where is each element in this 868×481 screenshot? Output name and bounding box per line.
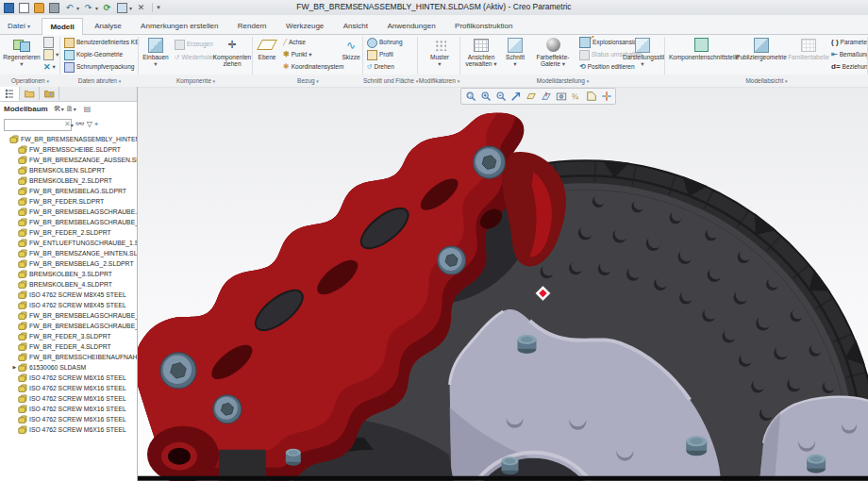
tree-item[interactable]: BREMSKOLBEN.SLDPRT <box>0 165 137 175</box>
tree-item[interactable]: ISO 4762 SCREW M6X16 STEEL <box>0 373 137 383</box>
tree-item[interactable]: BREMSKOLBEN_3.SLDPRT <box>0 269 137 279</box>
tree-item[interactable]: FW_BR_BREMSBELAG_2.SLDPRT <box>0 258 137 269</box>
tree-item[interactable]: FW_BR_BREMSBELAG.SLDPRT <box>0 186 137 196</box>
csys-display-icon[interactable] <box>539 90 553 103</box>
group-label-daten-abrufen[interactable]: Daten abrufen ▾ <box>60 75 139 86</box>
group-label-modelldarstellung[interactable]: Modelldarstellung ▾ <box>460 75 665 86</box>
tree-document-dropdown-icon[interactable]: ▾ <box>74 106 76 112</box>
tree-item[interactable]: ISO 4762 SCREW M6X16 STEEL <box>0 404 137 414</box>
farbeffekte-galerie-button[interactable]: Farbeffekte-Galerie ▾ <box>530 36 576 74</box>
group-label-bezug[interactable]: Bezug ▾ <box>253 75 363 86</box>
muster-button[interactable]: Muster▾ <box>424 36 456 74</box>
tree-search-input[interactable] <box>4 119 72 131</box>
komponentenschnittstelle-button[interactable]: Komponentenschnittstelle <box>669 36 733 74</box>
drehen-button[interactable]: ↺Drehen <box>367 61 394 73</box>
filter-funnel-icon[interactable]: ▽ <box>87 120 92 129</box>
group-label-modellabsicht[interactable]: Modellabsicht ▾ <box>665 75 868 86</box>
tree-item[interactable]: FW_BR_FEDER.SLDPRT <box>0 196 137 207</box>
tree-item[interactable]: ISO 4762 SCREW M6X16 STEEL <box>0 383 137 393</box>
beziehungen-button[interactable]: d=Beziehungen <box>831 61 868 73</box>
kopie-geometrie-button[interactable]: Kopie-Geometrie <box>64 49 123 60</box>
tab-favorites-icon[interactable] <box>40 87 59 100</box>
wheel-stud[interactable] <box>686 436 707 456</box>
tree-item[interactable]: ISO 4762 SCREW M6X16 STEEL <box>0 414 137 424</box>
tree-item[interactable]: ISO 4762 SCREW M8X45 STEEL <box>0 290 137 300</box>
group-label-schnitt-und-flaeche[interactable]: Schnitt und Fläche ▾ <box>363 75 418 86</box>
zoom-box-icon[interactable] <box>463 90 477 103</box>
refit-icon[interactable] <box>509 90 523 103</box>
einbauen-button[interactable]: Einbauen▾ <box>141 36 171 74</box>
skizze-button[interactable]: ∿ Skizze <box>340 36 362 74</box>
saved-views-icon[interactable] <box>554 90 568 103</box>
tab-ansicht[interactable]: Ansicht <box>336 18 376 35</box>
darstellungsstil-button[interactable]: Darstellungsstil▾ <box>623 36 662 74</box>
tree-item[interactable]: ▶61530060 SLDASM <box>0 362 137 373</box>
tree-columns-icon[interactable]: ▤ <box>84 105 92 113</box>
tab-modell[interactable]: Modell <box>42 18 82 37</box>
schnitt-ansicht-button[interactable]: Schnitt▾ <box>502 36 528 74</box>
tree-document-icon[interactable]: 🗎 <box>66 105 74 113</box>
group-label-komponente[interactable]: Komponente ▾ <box>139 75 253 86</box>
annotation-display-icon[interactable] <box>584 90 598 103</box>
tree-item[interactable]: FW_BR_BREMSENASSEMBLY_HINTEN.SLDASM <box>0 134 137 144</box>
tree-item[interactable]: ISO 4762 SCREW M8X45 STEEL <box>0 300 137 310</box>
group-label-modifikatoren[interactable]: Modifikatoren ▾ <box>418 75 460 86</box>
ansichten-verwalten-button[interactable]: Ansichten verwalten ▾ <box>462 36 500 74</box>
tree-item[interactable]: ISO 4762 SCREW M6X16 STEEL <box>0 393 137 404</box>
paste-button[interactable]: ▾ <box>43 49 58 60</box>
tab-anmerkungen[interactable]: Anmerkungen erstellen <box>133 18 225 35</box>
tab-analyse[interactable]: Analyse <box>87 18 128 35</box>
tree-item[interactable]: FW_BR_FEDER_3.SLDPRT <box>0 331 137 341</box>
tree-item[interactable]: FW_BR_FEDER_2.SLDPRT <box>0 227 137 238</box>
tree-item[interactable]: BREMSKOLBEN_4.SLDPRT <box>0 279 137 290</box>
tree-item[interactable]: FW_BR_BREMSZANGE_HINTEN.SLDPRT <box>0 248 137 258</box>
ebene-button[interactable]: Ebene <box>255 36 279 74</box>
regenerieren-button[interactable]: Regenerieren▾ <box>2 36 42 74</box>
plane-display-icon[interactable] <box>524 90 538 103</box>
tree-item[interactable]: FW_BR_BREMSBELAGSCHRAUBE.SLDPRT <box>0 207 137 217</box>
zoom-out-icon[interactable] <box>493 90 508 103</box>
tree-item[interactable]: FW_BR_BREMSBELAGSCHRAUBE_4.SLDPRT <box>0 321 137 331</box>
tab-folder-browser-icon[interactable] <box>20 87 40 100</box>
punkt-button[interactable]: ✱Punkt ▾ <box>283 49 311 60</box>
bemassung-button[interactable]: ⇤Bemaßung <box>831 49 868 60</box>
tab-werkzeuge[interactable]: Werkzeuge <box>278 18 331 35</box>
profil-button[interactable]: Profil <box>367 49 393 60</box>
benutzerdefiniertes-ke-button[interactable]: Benutzerdefiniertes KE <box>64 37 139 48</box>
socket-bolt[interactable] <box>160 353 196 389</box>
familientabelle-button[interactable]: Familientabelle <box>788 36 829 74</box>
wheel-stud[interactable] <box>807 455 826 473</box>
wheel-stud[interactable] <box>286 449 301 466</box>
tab-anwendungen[interactable]: Anwendungen <box>379 18 442 35</box>
tree-item[interactable]: ISO 4762 SCREW M6X16 STEEL <box>0 424 137 435</box>
copy-button[interactable] <box>43 37 56 48</box>
spin-center-icon[interactable] <box>599 90 613 103</box>
achse-button[interactable]: ╱Achse <box>283 37 306 48</box>
tab-rendern[interactable]: Rendern <box>230 18 275 35</box>
find-binoculars-icon[interactable]: 👓 <box>75 120 85 129</box>
tree-tools-dropdown-icon[interactable]: ▾ <box>61 106 64 112</box>
socket-bolt[interactable] <box>213 395 242 423</box>
clear-search-icon[interactable]: ✕ <box>64 120 71 129</box>
tree-item[interactable]: FW_BREMSSCHEIBE.SLDPRT <box>0 144 137 155</box>
search-dropdown-icon[interactable]: ▾ <box>71 122 74 128</box>
socket-bolt[interactable] <box>438 246 466 274</box>
koordinatensystem-button[interactable]: ✳Koordinatensystem <box>283 61 343 73</box>
expand-plus-icon[interactable]: + <box>94 120 99 129</box>
tree-tools-icon[interactable]: 🛠︎ <box>54 105 61 113</box>
schrumpfverpackung-button[interactable]: Schrumpfverpackung <box>64 61 134 73</box>
tab-model-tree-icon[interactable] <box>0 87 20 101</box>
tree-item[interactable]: FW_ENTLUEFTUNGSCHRAUBE_1.SLDPRT <box>0 238 137 248</box>
group-label-operationen[interactable]: Operationen ▾ <box>0 75 60 86</box>
graphics-area[interactable]: ¾ <box>138 87 868 481</box>
socket-bolt[interactable] <box>474 146 506 178</box>
publiziergeometrie-button[interactable]: Publiziergeometrie <box>735 36 788 74</box>
tree-item[interactable]: FW_BR_BREMSZANGE_AUSSEN.SLDPRT <box>0 155 137 165</box>
bohrung-button[interactable]: Bohrung <box>367 37 403 48</box>
delete-button[interactable]: ✕▾ <box>43 61 56 73</box>
wheel-stud[interactable] <box>502 456 519 474</box>
tree-item[interactable]: FW_BR_BREMSBELAGSCHRAUBE_3.SLDPRT <box>0 310 137 321</box>
tree-item[interactable]: BREMSKOLBEN_2.SLDPRT <box>0 175 137 186</box>
tree-item[interactable]: FW_BR_FEDER_4.SLDPRT <box>0 341 137 352</box>
zoom-in-icon[interactable] <box>478 90 492 103</box>
